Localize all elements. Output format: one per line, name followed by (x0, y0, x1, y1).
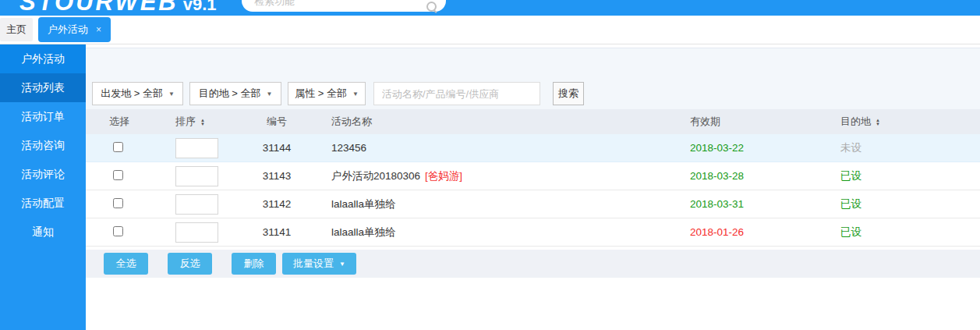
expiry-date: 2018-01-26 (690, 226, 744, 238)
departure-filter-dropdown[interactable]: 出发地 > 全部 ▼ (92, 82, 183, 105)
destination-status: 已设 (840, 198, 861, 210)
global-search-box[interactable] (242, 0, 446, 12)
row-checkbox[interactable] (113, 198, 123, 208)
activity-tag: [爸妈游] (425, 170, 462, 182)
select-all-button[interactable]: 全选 (104, 253, 148, 275)
row-checkbox[interactable] (113, 170, 123, 180)
sidebar-item-activity-list[interactable]: 活动列表 (0, 73, 86, 102)
app-logo: STOURWEBv9.1 (19, 0, 217, 16)
logo-version: v9.1 (183, 0, 217, 14)
sidebar-item-activity-orders[interactable]: 活动订单 (0, 102, 86, 131)
sort-destination-icon[interactable]: ▲▼ (876, 119, 880, 126)
batch-settings-button[interactable]: 批量设置 ▼ (282, 253, 356, 275)
expiry-date: 2018-03-22 (690, 142, 744, 154)
keyword-search-input[interactable] (373, 82, 540, 105)
activity-name: lalaalla单独给 (331, 198, 396, 210)
sidebar: 户外活动 活动列表 活动订单 活动咨询 活动评论 活动配置 通知 (0, 44, 86, 330)
logo-text: STOURWEB (19, 0, 179, 16)
attribute-filter-label: 属性 > 全部 (295, 87, 347, 101)
main-content: 出发地 > 全部 ▼ 目的地 > 全部 ▼ 属性 > 全部 ▼ 搜索 选择 排序… (86, 44, 980, 330)
row-checkbox[interactable] (113, 142, 123, 152)
sidebar-item-outdoor-activity[interactable]: 户外活动 (0, 44, 86, 73)
table-row: 31142 lalaalla单独给 2018-03-31 已设 (86, 190, 980, 218)
sort-order-input[interactable] (175, 166, 218, 186)
tab-label: 户外活动 (48, 23, 88, 37)
destination-status: 已设 (840, 170, 861, 182)
activity-id: 31142 (242, 198, 312, 210)
sidebar-item-activity-reviews[interactable]: 活动评论 (0, 160, 86, 189)
activity-id: 31144 (242, 142, 312, 154)
expiry-date: 2018-03-31 (690, 198, 744, 210)
header-name: 活动名称 (312, 115, 670, 129)
sort-order-input[interactable] (175, 222, 218, 243)
chevron-down-icon: ▼ (352, 90, 359, 98)
activity-name: 123456 (331, 142, 366, 154)
attribute-filter-dropdown[interactable]: 属性 > 全部 ▼ (288, 82, 366, 105)
destination-filter-label: 目的地 > 全部 (199, 87, 261, 101)
close-tab-icon[interactable]: × (96, 25, 101, 34)
chevron-down-icon: ▼ (168, 90, 175, 98)
delete-button[interactable]: 删除 (232, 253, 276, 275)
tab-bar: 主页 户外活动 × (0, 16, 980, 44)
table-row: 31144 123456 2018-03-22 未设 (86, 134, 980, 162)
batch-action-bar: 全选 反选 删除 批量设置 ▼ (86, 250, 980, 278)
tab-outdoor-activity[interactable]: 户外活动 × (38, 17, 111, 42)
sidebar-item-activity-config[interactable]: 活动配置 (0, 189, 86, 218)
header-select: 选择 (86, 115, 170, 129)
header-expiry: 有效期 (670, 115, 811, 129)
search-icon[interactable] (426, 2, 437, 12)
table-header: 选择 排序▲▼ 编号 活动名称 有效期 目的地▲▼ (86, 109, 980, 134)
destination-status: 已设 (840, 226, 861, 238)
table-row: 31141 lalaalla单独给 2018-01-26 已设 (86, 218, 980, 247)
expiry-date: 2018-03-28 (690, 170, 744, 182)
chevron-down-icon: ▼ (339, 261, 345, 268)
tab-home[interactable]: 主页 (0, 18, 33, 41)
sidebar-item-notifications[interactable]: 通知 (0, 218, 86, 247)
header-destination: 目的地▲▼ (811, 115, 980, 129)
row-checkbox[interactable] (113, 226, 123, 236)
invert-selection-button[interactable]: 反选 (168, 253, 212, 275)
table-row: 31143 户外活动20180306[爸妈游] 2018-03-28 已设 (86, 162, 980, 190)
sort-order-input[interactable] (175, 194, 218, 215)
destination-status: 未设 (840, 142, 861, 154)
header-sort: 排序▲▼ (170, 115, 242, 129)
sort-order-input[interactable] (175, 138, 218, 158)
activity-id: 31141 (242, 226, 312, 238)
chevron-down-icon: ▼ (266, 90, 272, 98)
header-id: 编号 (242, 115, 312, 129)
activity-name: lalaalla单独给 (331, 226, 396, 238)
sort-order-icon[interactable]: ▲▼ (200, 119, 205, 126)
filter-section: 出发地 > 全部 ▼ 目的地 > 全部 ▼ 属性 > 全部 ▼ 搜索 (86, 48, 980, 109)
batch-settings-label: 批量设置 (293, 257, 334, 271)
activity-name: 户外活动20180306 (331, 170, 420, 182)
app-header: STOURWEBv9.1 (0, 0, 980, 16)
search-button[interactable]: 搜索 (553, 82, 584, 105)
sidebar-item-activity-inquiries[interactable]: 活动咨询 (0, 131, 86, 160)
departure-filter-label: 出发地 > 全部 (101, 87, 163, 101)
global-search-input[interactable] (254, 0, 426, 7)
activity-id: 31143 (242, 170, 312, 182)
destination-filter-dropdown[interactable]: 目的地 > 全部 ▼ (189, 82, 281, 105)
